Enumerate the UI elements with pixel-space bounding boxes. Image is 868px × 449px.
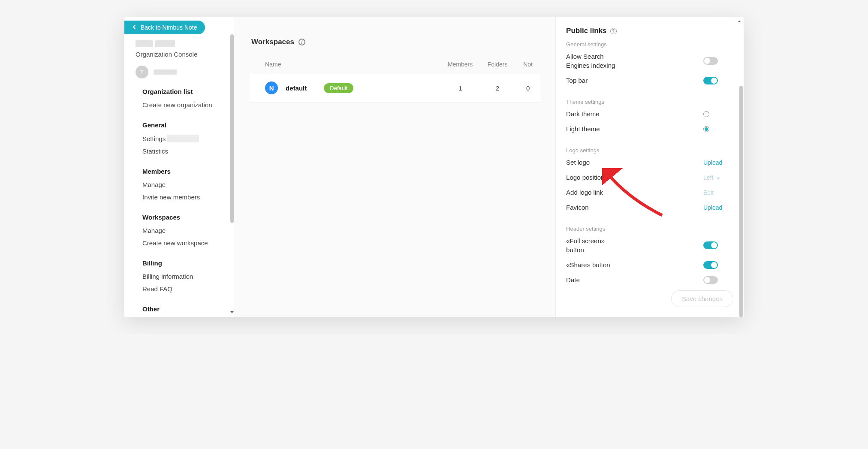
default-badge: Default xyxy=(324,83,353,93)
sidebar: Back to Nimbus Note Organization Console… xyxy=(124,17,235,317)
setting-dark-label: Dark theme xyxy=(566,109,635,118)
nav-heading-workspaces: Workspaces xyxy=(142,214,235,221)
nav-item-members-manage[interactable]: Manage xyxy=(142,181,235,188)
edit-logo-link[interactable]: Edit xyxy=(703,189,714,196)
nav-item-settings-highlight xyxy=(167,135,199,142)
avatar[interactable]: T xyxy=(136,66,148,78)
user-row: T xyxy=(136,66,235,78)
org-console-label: Organization Console xyxy=(136,51,235,58)
setting-add-logo-link: Add logo link Edit xyxy=(566,188,733,197)
table-body: N default Default 1 2 0 xyxy=(250,74,541,102)
cell-notes: 0 xyxy=(515,84,541,92)
setting-logo-position: Logo position Left xyxy=(566,173,733,182)
setting-date-label: Date xyxy=(566,275,635,284)
cell-folders: 2 xyxy=(480,84,515,92)
back-button-label: Back to Nimbus Note xyxy=(141,24,197,31)
toggle-top-bar[interactable] xyxy=(703,77,718,84)
sidebar-scrollbar[interactable] xyxy=(230,34,234,223)
th-name: Name xyxy=(250,61,440,68)
workspaces-table: Name Members Folders Not N default Defau… xyxy=(250,61,541,102)
setting-logo-position-label: Logo position xyxy=(566,173,635,182)
toggle-fullscreen[interactable] xyxy=(703,241,718,249)
nav-item-create-organization[interactable]: Create new organization xyxy=(142,101,235,108)
nav-item-read-faq[interactable]: Read FAQ xyxy=(142,285,235,292)
setting-allow-search: Allow Search Engines indexing xyxy=(566,52,733,70)
setting-favicon: Favicon Upload xyxy=(566,203,733,212)
toggle-share[interactable] xyxy=(703,261,718,269)
nav-heading-billing: Billing xyxy=(142,259,235,267)
setting-set-logo-label: Set logo xyxy=(566,158,635,167)
nav-item-create-workspace[interactable]: Create new workspace xyxy=(142,239,235,247)
setting-set-logo: Set logo Upload xyxy=(566,158,733,167)
main-title-row: Workspaces i xyxy=(251,38,541,46)
logo-position-value: Left xyxy=(703,174,713,181)
setting-share-btn: «Share» button xyxy=(566,260,733,269)
setting-dark-theme: Dark theme xyxy=(566,109,733,118)
nav-item-workspaces-manage[interactable]: Manage xyxy=(142,227,235,234)
sidebar-nav: Organization list Create new organizatio… xyxy=(124,88,235,317)
cell-name: N default Default xyxy=(250,81,440,94)
setting-add-logo-link-label: Add logo link xyxy=(566,188,635,197)
user-name-redacted xyxy=(154,69,177,75)
table-header: Name Members Folders Not xyxy=(250,61,541,74)
page-title: Workspaces xyxy=(251,38,294,46)
scroll-up-icon[interactable] xyxy=(737,18,742,26)
upload-favicon-link[interactable]: Upload xyxy=(703,204,722,211)
nav-item-organization-list[interactable]: Organization list xyxy=(142,88,235,95)
nav-group-members: Members Manage Invite new members xyxy=(142,168,235,201)
arrow-left-icon xyxy=(132,24,137,31)
setting-light-label: Light theme xyxy=(566,124,635,133)
logo-position-select[interactable]: Left xyxy=(703,174,720,181)
chevron-down-icon xyxy=(717,178,720,180)
nav-item-statistics[interactable]: Statistics xyxy=(142,148,235,155)
setting-light-theme: Light theme xyxy=(566,124,733,133)
setting-allow-search-label: Allow Search Engines indexing xyxy=(566,52,635,70)
nav-heading-other: Other xyxy=(142,305,235,313)
nav-group-organization: Organization list Create new organizatio… xyxy=(142,88,235,108)
panel-title: Public links xyxy=(566,27,606,35)
table-row[interactable]: N default Default 1 2 0 xyxy=(250,74,541,102)
setting-top-bar-label: Top bar xyxy=(566,76,635,85)
settings-panel: Public links ? General settings Allow Se… xyxy=(555,17,744,317)
panel-scrollbar[interactable] xyxy=(739,86,743,317)
panel-title-row: Public links ? xyxy=(566,27,733,35)
cell-members: 1 xyxy=(440,84,480,92)
nav-group-workspaces: Workspaces Manage Create new workspace xyxy=(142,214,235,247)
nav-group-general: General Settings Statistics xyxy=(142,121,235,155)
nav-group-other: Other xyxy=(142,305,235,313)
toggle-allow-search[interactable] xyxy=(703,57,718,65)
setting-top-bar: Top bar xyxy=(566,76,733,85)
radio-dark-theme[interactable] xyxy=(703,111,709,117)
nav-item-billing-info[interactable]: Billing information xyxy=(142,273,235,280)
info-icon[interactable]: i xyxy=(298,39,305,45)
section-header: Header settings xyxy=(566,226,733,232)
app-window: Back to Nimbus Note Organization Console… xyxy=(124,17,744,317)
toggle-date[interactable] xyxy=(703,276,718,284)
nav-item-settings-label: Settings xyxy=(142,135,166,142)
org-name-redacted xyxy=(136,40,235,47)
section-logo: Logo settings xyxy=(566,147,733,154)
setting-fullscreen-label: «Full screen» button xyxy=(566,236,635,254)
nav-heading-members: Members xyxy=(142,168,235,175)
workspace-name: default xyxy=(286,84,307,92)
workspace-icon: N xyxy=(265,81,278,94)
nav-item-invite-members[interactable]: Invite new members xyxy=(142,193,235,201)
upload-logo-link[interactable]: Upload xyxy=(703,159,722,166)
section-theme: Theme settings xyxy=(566,99,733,105)
help-icon[interactable]: ? xyxy=(610,28,617,34)
radio-light-theme[interactable] xyxy=(703,126,709,132)
main-content: Workspaces i Name Members Folders Not N … xyxy=(235,17,555,317)
save-changes-button[interactable]: Save changes xyxy=(671,290,733,307)
th-folders[interactable]: Folders xyxy=(480,61,515,68)
scroll-down-icon[interactable] xyxy=(229,309,235,316)
setting-fullscreen-btn: «Full screen» button xyxy=(566,236,733,254)
setting-favicon-label: Favicon xyxy=(566,203,635,212)
section-general: General settings xyxy=(566,41,733,48)
back-to-app-button[interactable]: Back to Nimbus Note xyxy=(124,21,205,34)
nav-item-settings[interactable]: Settings xyxy=(142,135,235,142)
nav-group-billing: Billing Billing information Read FAQ xyxy=(142,259,235,292)
nav-heading-general: General xyxy=(142,121,235,129)
th-notes[interactable]: Not xyxy=(515,61,541,68)
th-members[interactable]: Members xyxy=(440,61,480,68)
setting-share-label: «Share» button xyxy=(566,260,635,269)
